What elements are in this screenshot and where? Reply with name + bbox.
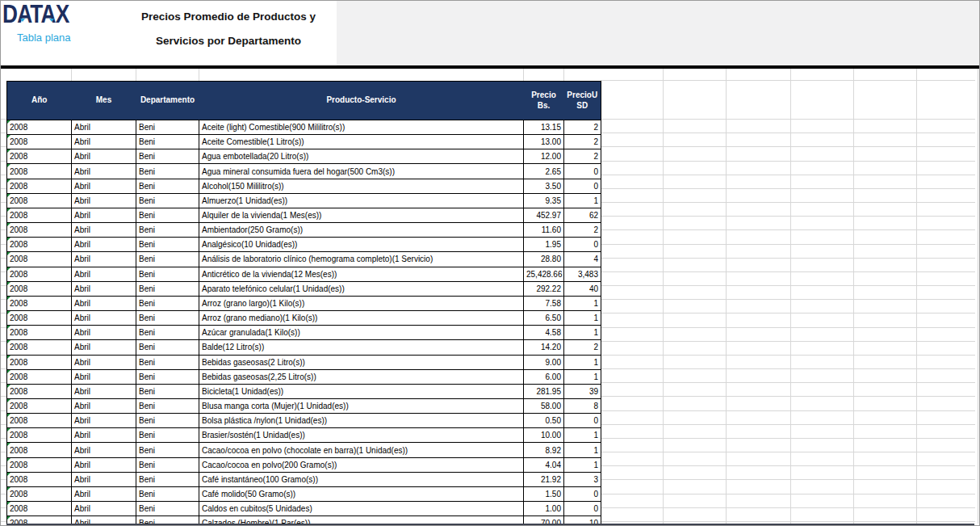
table-row[interactable]: 2008AbrilBeniBebidas gaseosas(2,25 Litro… [7,369,601,384]
cell-month[interactable]: Abril [72,311,136,326]
cell-department[interactable]: Beni [136,281,199,296]
cell-year[interactable]: 2008 [7,179,72,193]
cell-price-usd[interactable]: 3 [564,472,601,486]
cell-price-usd[interactable]: 1 [564,311,601,326]
table-row[interactable]: 2008AbrilBeniCacao/cocoa en polvo(200 Gr… [7,457,601,472]
cell-price-bs[interactable]: 28.80 [524,252,564,267]
cell-month[interactable]: Abril [72,340,136,355]
cell-price-usd[interactable]: 0 [564,164,601,179]
cell-year[interactable]: 2008 [7,120,72,135]
table-row[interactable]: 2008AbrilBeniBicicleta(1 Unidad(es))281.… [7,384,601,398]
header-month[interactable]: Mes [72,82,136,120]
cell-product[interactable]: Almuerzo(1 Unidad(es)) [199,193,524,208]
cell-price-usd[interactable]: 2 [564,149,601,164]
cell-year[interactable]: 2008 [7,398,72,413]
cell-price-usd[interactable]: 0 [564,414,601,428]
cell-department[interactable]: Beni [136,208,199,222]
cell-price-bs[interactable]: 9.35 [524,193,564,208]
table-row[interactable]: 2008AbrilBeniCafé instantáneo(100 Gramo(… [7,472,601,486]
cell-price-bs[interactable]: 13.15 [524,120,564,135]
cell-price-usd[interactable]: 62 [564,208,601,222]
cell-product[interactable]: Blusa manga corta (Mujer)(1 Unidad(es)) [199,398,524,413]
cell-month[interactable]: Abril [72,486,136,501]
cell-product[interactable]: Bebidas gaseosas(2,25 Litro(s)) [199,369,524,384]
cell-month[interactable]: Abril [72,208,136,222]
cell-department[interactable]: Beni [136,340,199,355]
cell-month[interactable]: Abril [72,135,136,149]
cell-price-bs[interactable]: 1.00 [524,502,564,516]
cell-month[interactable]: Abril [72,443,136,457]
cell-price-bs[interactable]: 8.92 [524,443,564,457]
cell-price-usd[interactable]: 3,483 [564,267,601,281]
cell-department[interactable]: Beni [136,149,199,164]
cell-year[interactable]: 2008 [7,443,72,457]
cell-year[interactable]: 2008 [7,472,72,486]
cell-department[interactable]: Beni [136,223,199,238]
cell-price-bs[interactable]: 14.20 [524,340,564,355]
table-row[interactable]: 2008AbrilBeniAceite (light) Comestible(9… [7,120,601,135]
cell-month[interactable]: Abril [72,267,136,281]
table-row[interactable]: 2008AbrilBeniAceite Comestible(1 Litro(s… [7,135,601,149]
table-row[interactable]: 2008AbrilBeniBolsa plástica /nylon(1 Uni… [7,414,601,428]
cell-price-usd[interactable]: 2 [564,223,601,238]
cell-month[interactable]: Abril [72,428,136,443]
cell-price-bs[interactable]: 11.60 [524,223,564,238]
cell-month[interactable]: Abril [72,384,136,398]
cell-department[interactable]: Beni [136,414,199,428]
cell-month[interactable]: Abril [72,179,136,193]
cell-year[interactable]: 2008 [7,223,72,238]
cell-product[interactable]: Café molido(50 Gramo(s)) [199,486,524,501]
cell-product[interactable]: Arroz (grano mediano)(1 Kilo(s)) [199,311,524,326]
cell-year[interactable]: 2008 [7,311,72,326]
cell-year[interactable]: 2008 [7,369,72,384]
cell-product[interactable]: Anticrético de la vivienda(12 Mes(es)) [199,267,524,281]
table-row[interactable]: 2008AbrilBeniBlusa manga corta (Mujer)(1… [7,398,601,413]
cell-year[interactable]: 2008 [7,267,72,281]
cell-product[interactable]: Agua mineral consumida fuera del hogar(5… [199,164,524,179]
header-department[interactable]: Departamento [136,82,199,120]
cell-month[interactable]: Abril [72,238,136,252]
cell-product[interactable]: Alquiler de la vivienda(1 Mes(es)) [199,208,524,222]
cell-price-bs[interactable]: 281.95 [524,384,564,398]
table-row[interactable]: 2008AbrilBeniCacao/cocoa en polvo (choco… [7,443,601,457]
cell-price-bs[interactable]: 58.00 [524,398,564,413]
cell-year[interactable]: 2008 [7,164,72,179]
table-row[interactable]: 2008AbrilBeniAgua embotellada(20 Litro(s… [7,149,601,164]
cell-product[interactable]: Brasier/sostén(1 Unidad(es)) [199,428,524,443]
cell-price-bs[interactable]: 1.50 [524,486,564,501]
table-row[interactable]: 2008AbrilBeniCaldos en cubitos(5 Unidade… [7,502,601,516]
cell-price-usd[interactable]: 0 [564,179,601,193]
cell-price-bs[interactable]: 6.00 [524,369,564,384]
cell-month[interactable]: Abril [72,164,136,179]
cell-product[interactable]: Balde(12 Litro(s)) [199,340,524,355]
cell-price-usd[interactable]: 2 [564,120,601,135]
cell-price-usd[interactable]: 2 [564,135,601,149]
cell-year[interactable]: 2008 [7,149,72,164]
cell-year[interactable]: 2008 [7,326,72,340]
cell-product[interactable]: Azúcar granulada(1 Kilo(s)) [199,326,524,340]
cell-year[interactable]: 2008 [7,208,72,222]
cell-department[interactable]: Beni [136,486,199,501]
cell-month[interactable]: Abril [72,120,136,135]
cell-product[interactable]: Bolsa plástica /nylon(1 Unidad(es)) [199,414,524,428]
cell-price-usd[interactable]: 1 [564,326,601,340]
cell-price-usd[interactable]: 1 [564,443,601,457]
cell-price-bs[interactable]: 4.58 [524,326,564,340]
cell-month[interactable]: Abril [72,193,136,208]
cell-year[interactable]: 2008 [7,340,72,355]
table-row[interactable]: 2008AbrilBeniAgua mineral consumida fuer… [7,164,601,179]
table-row[interactable]: 2008AbrilBeniArroz (grano mediano)(1 Kil… [7,311,601,326]
cell-month[interactable]: Abril [72,296,136,310]
cell-year[interactable]: 2008 [7,281,72,296]
cell-price-usd[interactable]: 39 [564,384,601,398]
cell-month[interactable]: Abril [72,252,136,267]
cell-month[interactable]: Abril [72,502,136,516]
cell-product[interactable]: Aceite (light) Comestible(900 Mililitro(… [199,120,524,135]
cell-product[interactable]: Bebidas gaseosas(2 Litro(s)) [199,355,524,369]
cell-price-usd[interactable]: 0 [564,238,601,252]
cell-price-usd[interactable]: 0 [564,486,601,501]
cell-department[interactable]: Beni [136,355,199,369]
table-row[interactable]: 2008AbrilBeniBrasier/sostén(1 Unidad(es)… [7,428,601,443]
cell-month[interactable]: Abril [72,369,136,384]
cell-month[interactable]: Abril [72,149,136,164]
